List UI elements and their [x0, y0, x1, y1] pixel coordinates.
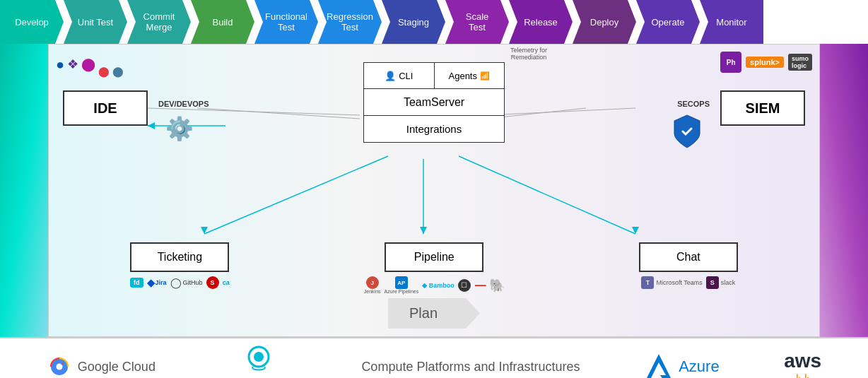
- left-panel: [0, 44, 48, 337]
- svg-line-6: [459, 156, 635, 234]
- service-now-logo: S: [206, 276, 219, 289]
- nav-release[interactable]: Release: [509, 0, 573, 44]
- nav-monitor[interactable]: Monitor: [700, 0, 763, 44]
- chat-box: Chat: [639, 242, 738, 272]
- nav-commit-merge[interactable]: CommitMerge: [127, 0, 191, 44]
- github-logo: ◯ GitHub: [170, 277, 203, 288]
- freshdesk-logo: fd: [130, 278, 143, 288]
- nav-staging[interactable]: Staging: [382, 0, 445, 44]
- person-icon: 👤: [385, 71, 396, 81]
- svg-line-4: [204, 156, 388, 234]
- ide-box: IDE: [63, 90, 148, 126]
- verraform-logo: ⸻: [474, 279, 486, 292]
- footer: Google Cloud Pivotal Cloud Foundry Compu…: [0, 337, 868, 378]
- siem-box: SIEM: [720, 90, 805, 126]
- diagram-inner: ● ❖ ⬤ ⬤ ⬤ IDE DEV/DEVOPS ⚙️ Telemetry fo…: [56, 52, 812, 329]
- svg-point-14: [254, 352, 264, 362]
- ticketing-logos: fd ◆ Jira ◯ GitHub S ca: [130, 276, 230, 289]
- pipeline-logos: J Jenkins AP Azure Pipelines ◆ Bamboo ☐ …: [364, 276, 505, 294]
- pipeline-box: Pipeline: [385, 242, 483, 272]
- ts-teamserver: TeamServer: [363, 89, 505, 116]
- splunk-logo: splunk>: [746, 57, 784, 68]
- aws-arrow-icon: ↳↳: [794, 372, 811, 378]
- ide-logos: ● ❖ ⬤ ⬤ ⬤: [56, 52, 124, 77]
- pivotal-cloud-foundry-brand: Pivotal Cloud Foundry: [221, 344, 297, 378]
- jenkins-logo: J Jenkins: [364, 276, 381, 294]
- more-ide-icon: ⬤: [98, 66, 110, 77]
- nav-unit-test[interactable]: Unit Test: [64, 0, 127, 44]
- devops-label: DEV/DEVOPS: [158, 100, 209, 108]
- center-diagram: ● ❖ ⬤ ⬤ ⬤ IDE DEV/DEVOPS ⚙️ Telemetry fo…: [48, 44, 820, 337]
- aws-brand: aws ↳↳: [784, 350, 821, 378]
- right-panel: [820, 44, 868, 337]
- concourse-logo: ☐: [458, 279, 471, 292]
- svg-marker-11: [148, 122, 155, 129]
- nav-build[interactable]: Build: [191, 0, 254, 44]
- elephant-logo: 🐘: [489, 278, 505, 293]
- ca-logo: ca: [223, 279, 230, 286]
- ts-agents: Agents 📶: [435, 63, 505, 88]
- main-content: ● ❖ ⬤ ⬤ ⬤ IDE DEV/DEVOPS ⚙️ Telemetry fo…: [0, 44, 868, 337]
- azure-icon: [645, 353, 673, 378]
- svg-marker-8: [420, 227, 427, 234]
- svg-marker-7: [201, 227, 208, 234]
- svg-line-2: [197, 108, 360, 119]
- bottom-boxes: Ticketing fd ◆ Jira ◯ GitHub S ca: [56, 242, 812, 294]
- gear-icon: ⚙️: [165, 115, 194, 142]
- agents-icon: 📶: [480, 71, 490, 81]
- nav-functional-test[interactable]: FunctionalTest: [254, 0, 318, 44]
- azure-pipelines-logo: AP Azure Pipelines: [385, 276, 419, 294]
- ts-cli: 👤 CLI: [364, 63, 435, 88]
- vscode-icon: ❖: [67, 57, 78, 72]
- bamboo-logo: ◆ Bamboo: [422, 282, 454, 289]
- pipeline-wrap: Pipeline J Jenkins AP Azure Pipelines ◆ …: [364, 242, 505, 294]
- svg-line-0: [148, 108, 360, 115]
- google-cloud-brand: Google Cloud: [47, 354, 156, 378]
- phantom-logo: Ph: [720, 52, 741, 73]
- teams-logo: T Microsoft Teams: [641, 276, 702, 289]
- shield-icon: [671, 114, 703, 155]
- vs-icon: ●: [56, 57, 64, 73]
- pcf-icon: [242, 344, 276, 378]
- nav-develop[interactable]: Develop: [0, 0, 64, 44]
- svg-line-1: [487, 108, 635, 115]
- plan-arrow: Plan: [388, 298, 480, 329]
- rider-icon: ⬤: [81, 57, 95, 72]
- telemetry-label: Telemetry forRemediation: [510, 47, 547, 61]
- eclipse-icon: ⬤: [112, 66, 124, 77]
- ts-top-row: 👤 CLI Agents 📶: [363, 62, 505, 89]
- google-cloud-icon: [47, 354, 72, 378]
- chat-logos: T Microsoft Teams S slack: [641, 276, 735, 289]
- nav-operate[interactable]: Operate: [636, 0, 700, 44]
- svg-marker-9: [632, 227, 639, 234]
- svg-marker-15: [646, 354, 671, 378]
- ts-integrations: Integrations: [363, 116, 505, 143]
- jira-logo: ◆ Jira: [147, 277, 167, 288]
- siem-logos: Ph splunk> sumologic: [720, 52, 812, 73]
- compute-platforms-text: Compute Platforms and Infrastructures: [361, 360, 580, 374]
- plan-banner: Plan: [56, 297, 812, 329]
- secops-label: SECOPS: [677, 100, 710, 108]
- top-nav: Develop Unit Test CommitMerge Build Func…: [0, 0, 868, 44]
- slack-logo: S slack: [706, 276, 736, 289]
- ticketing-box: Ticketing: [130, 242, 229, 272]
- teamserver-block: Telemetry forRemediation 👤 CLI Agents 📶 …: [363, 62, 505, 143]
- nav-scale-test[interactable]: ScaleTest: [445, 0, 509, 44]
- azure-brand: Azure: [645, 353, 719, 378]
- nav-deploy[interactable]: Deploy: [573, 0, 636, 44]
- chat-wrap: Chat T Microsoft Teams S slack: [639, 242, 738, 289]
- nav-regression-test[interactable]: RegressionTest: [318, 0, 382, 44]
- ticketing-wrap: Ticketing fd ◆ Jira ◯ GitHub S ca: [130, 242, 230, 289]
- sumo-logo: sumologic: [788, 54, 812, 71]
